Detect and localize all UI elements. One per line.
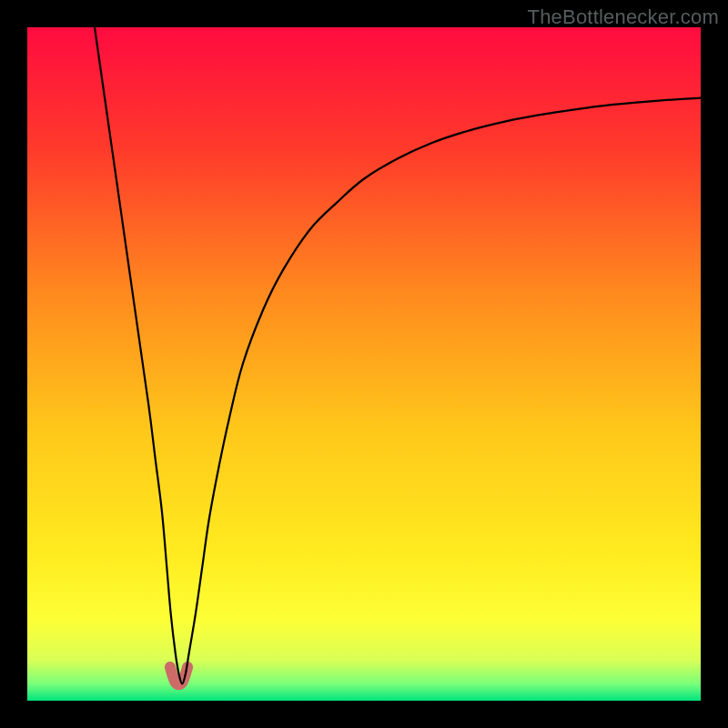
chart-frame: TheBottlenecker.com [0,0,728,728]
watermark-text: TheBottlenecker.com [528,5,719,29]
plot-area [27,27,701,701]
curve-layer [27,27,701,701]
bottleneck-curve [95,27,701,684]
